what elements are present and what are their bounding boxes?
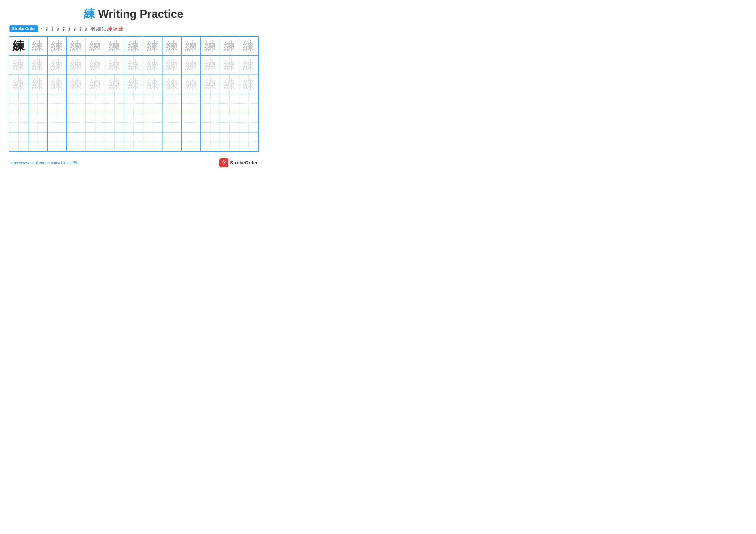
footer-url[interactable]: https://www.strokeorder.com/chinese/練: [10, 160, 78, 165]
grid-cell-2-4[interactable]: 練: [86, 75, 105, 94]
grid-cell-2-8[interactable]: 練: [162, 75, 181, 94]
grid-cell-0-10[interactable]: 練: [201, 37, 220, 56]
grid-cell-2-11[interactable]: 練: [220, 75, 239, 94]
grid-cell-4-7[interactable]: [143, 113, 162, 132]
grid-cell-3-1[interactable]: [28, 94, 47, 113]
grid-cell-0-6[interactable]: 練: [124, 37, 143, 56]
grid-cell-5-10[interactable]: [201, 132, 220, 151]
grid-cell-1-7[interactable]: 練: [143, 56, 162, 75]
cell-char-0-7: 練: [147, 40, 159, 52]
grid-cell-1-3[interactable]: 練: [67, 56, 86, 75]
grid-cell-2-2[interactable]: 練: [47, 75, 67, 94]
cell-char-2-6: 練: [127, 78, 140, 90]
grid-cell-5-5[interactable]: [105, 132, 124, 151]
grid-cell-1-0[interactable]: 練: [9, 56, 28, 75]
grid-cell-1-9[interactable]: 練: [181, 56, 201, 75]
grid-cell-5-8[interactable]: [162, 132, 181, 151]
grid-cell-4-2[interactable]: [47, 113, 67, 132]
grid-cell-5-4[interactable]: [86, 132, 105, 151]
stroke-order-badge[interactable]: Stroke Order: [10, 25, 39, 32]
grid-cell-5-11[interactable]: [220, 132, 239, 151]
cell-char-0-1: 練: [32, 40, 44, 52]
grid-cell-1-4[interactable]: 練: [86, 56, 105, 75]
grid-cell-5-1[interactable]: [28, 132, 47, 151]
grid-cell-0-11[interactable]: 練: [220, 37, 239, 56]
cell-char-1-9: 練: [185, 59, 197, 71]
grid-cell-1-5[interactable]: 練: [105, 56, 124, 75]
grid-cell-0-12[interactable]: 練: [239, 37, 258, 56]
stroke-step-1: 纟: [46, 27, 50, 31]
cell-char-0-2: 練: [51, 40, 63, 52]
grid-row-1: 練練練練練練練練練練練練練: [9, 56, 258, 75]
stroke-step-12: 紳: [107, 27, 112, 31]
grid-cell-1-11[interactable]: 練: [220, 56, 239, 75]
grid-cell-5-0[interactable]: [9, 132, 28, 151]
grid-cell-2-0[interactable]: 練: [9, 75, 28, 94]
grid-cell-0-2[interactable]: 練: [47, 37, 67, 56]
brand-name: StrokeOrder: [230, 160, 258, 165]
grid-cell-5-7[interactable]: [143, 132, 162, 151]
grid-cell-2-3[interactable]: 練: [67, 75, 86, 94]
grid-cell-2-12[interactable]: 練: [239, 75, 258, 94]
cell-char-2-11: 練: [224, 78, 235, 90]
practice-grid: 練練練練練練練練練練練練練練練練練練練練練練練練練練練練練練練練練練練練練練練: [9, 36, 258, 152]
grid-cell-3-7[interactable]: [143, 94, 162, 113]
page-title: 練 Writing Practice: [9, 7, 258, 21]
grid-cell-4-8[interactable]: [162, 113, 181, 132]
grid-cell-0-5[interactable]: 練: [105, 37, 124, 56]
grid-cell-3-6[interactable]: [124, 94, 143, 113]
cell-char-0-9: 練: [185, 40, 197, 52]
grid-cell-0-9[interactable]: 練: [181, 37, 201, 56]
grid-cell-3-3[interactable]: [67, 94, 86, 113]
grid-cell-5-3[interactable]: [67, 132, 86, 151]
title-text: Writing Practice: [98, 8, 183, 20]
grid-cell-1-6[interactable]: 練: [124, 56, 143, 75]
grid-cell-4-5[interactable]: [105, 113, 124, 132]
grid-cell-4-1[interactable]: [28, 113, 47, 132]
stroke-step-8: 纟: [85, 27, 90, 31]
grid-cell-3-2[interactable]: [47, 94, 67, 113]
grid-cell-1-12[interactable]: 練: [239, 56, 258, 75]
grid-cell-3-8[interactable]: [162, 94, 181, 113]
grid-cell-3-4[interactable]: [86, 94, 105, 113]
cell-char-1-12: 練: [243, 59, 255, 71]
grid-cell-3-12[interactable]: [239, 94, 258, 113]
grid-cell-4-6[interactable]: [124, 113, 143, 132]
grid-cell-0-7[interactable]: 練: [143, 37, 162, 56]
grid-cell-3-11[interactable]: [220, 94, 239, 113]
grid-cell-4-4[interactable]: [86, 113, 105, 132]
grid-cell-2-1[interactable]: 練: [28, 75, 47, 94]
grid-cell-1-2[interactable]: 練: [47, 56, 67, 75]
cell-char-2-9: 練: [185, 78, 197, 90]
grid-cell-3-9[interactable]: [181, 94, 201, 113]
grid-cell-5-2[interactable]: [47, 132, 67, 151]
grid-cell-4-3[interactable]: [67, 113, 86, 132]
grid-cell-2-5[interactable]: 練: [105, 75, 124, 94]
grid-cell-0-1[interactable]: 練: [28, 37, 47, 56]
grid-cell-0-3[interactable]: 練: [67, 37, 86, 56]
grid-cell-0-4[interactable]: 練: [86, 37, 105, 56]
grid-cell-4-9[interactable]: [181, 113, 201, 132]
grid-cell-3-10[interactable]: [201, 94, 220, 113]
grid-cell-4-11[interactable]: [220, 113, 239, 132]
grid-cell-1-1[interactable]: 練: [28, 56, 47, 75]
grid-cell-5-9[interactable]: [181, 132, 201, 151]
cell-char-1-8: 練: [166, 59, 178, 71]
grid-cell-2-6[interactable]: 練: [124, 75, 143, 94]
cell-char-1-3: 練: [70, 59, 82, 71]
grid-cell-4-0[interactable]: [9, 113, 28, 132]
grid-cell-5-12[interactable]: [239, 132, 258, 151]
grid-cell-0-0[interactable]: 練: [9, 37, 28, 56]
grid-cell-3-5[interactable]: [105, 94, 124, 113]
grid-cell-3-0[interactable]: [9, 94, 28, 113]
grid-cell-2-9[interactable]: 練: [181, 75, 201, 94]
grid-cell-2-7[interactable]: 練: [143, 75, 162, 94]
grid-cell-1-10[interactable]: 練: [201, 56, 220, 75]
grid-cell-2-10[interactable]: 練: [201, 75, 220, 94]
grid-cell-5-6[interactable]: [124, 132, 143, 151]
grid-cell-1-8[interactable]: 練: [162, 56, 181, 75]
grid-cell-0-8[interactable]: 練: [162, 37, 181, 56]
grid-row-0: 練練練練練練練練練練練練練: [9, 37, 258, 56]
grid-cell-4-10[interactable]: [201, 113, 220, 132]
grid-cell-4-12[interactable]: [239, 113, 258, 132]
